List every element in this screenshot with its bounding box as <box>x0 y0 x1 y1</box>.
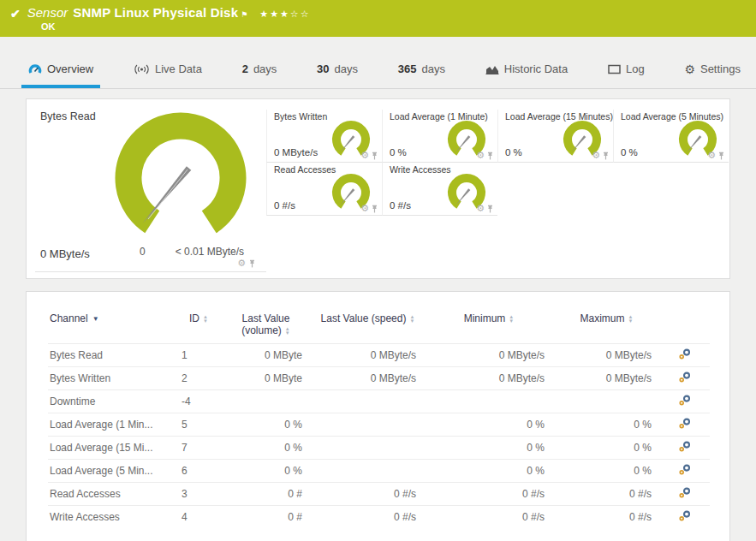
gear-icon[interactable]: ⚙ <box>476 204 485 213</box>
live-data-icon <box>134 64 150 74</box>
channel-settings-gears-icon[interactable] <box>679 418 691 429</box>
gear-icon[interactable]: ⚙ <box>707 151 716 160</box>
flag-icon[interactable]: ⚑ <box>241 10 247 19</box>
gauge-value: 0 % <box>505 147 522 158</box>
pin-icon[interactable] <box>371 152 378 160</box>
channel-id: 2 <box>176 367 221 390</box>
small-gauge-cell[interactable]: Read Accesses 0 #/s ⚙ <box>266 163 382 216</box>
channel-maximum: 0 % <box>553 413 660 437</box>
gauge-title: Bytes Written <box>274 111 327 122</box>
channel-minimum: 0 MByte/s <box>425 367 553 390</box>
channel-minimum <box>425 390 553 413</box>
small-gauge-cell[interactable]: Load Average (1 Minute) 0 % ⚙ <box>382 110 497 163</box>
gauge-value: 0 % <box>390 147 407 158</box>
column-header-last-value-speed[interactable]: Last Value (speed)▲▼ <box>311 309 425 344</box>
channel-row[interactable]: Load Average (5 Min... 6 0 % 0 % 0 % <box>48 460 710 483</box>
channel-row[interactable]: Write Accesses 4 0 # 0 #/s 0 #/s 0 #/s <box>48 506 710 529</box>
channel-last-value-speed: 0 MByte/s <box>311 344 425 367</box>
divider <box>35 271 266 272</box>
channel-minimum: 0 #/s <box>425 506 553 529</box>
tab-365-days[interactable]: 365 days <box>391 53 452 88</box>
tab-number: 30 <box>317 62 329 75</box>
channel-row[interactable]: Bytes Written 2 0 MByte 0 MByte/s 0 MByt… <box>48 367 710 390</box>
pin-icon[interactable] <box>602 152 610 160</box>
channel-row[interactable]: Downtime -4 <box>48 390 710 413</box>
channel-last-value-volume: 0 % <box>221 413 311 437</box>
channel-id: 5 <box>176 413 221 437</box>
tab-2-days[interactable]: 2 days <box>235 53 284 88</box>
channel-minimum: 0 % <box>425 460 553 483</box>
tab-settings[interactable]: ⚙ Settings <box>677 53 747 88</box>
channel-settings-gears-icon[interactable] <box>679 395 691 406</box>
pin-icon[interactable] <box>248 259 256 268</box>
gauge-value: 0 % <box>621 147 638 158</box>
channel-settings-gears-icon[interactable] <box>679 464 691 475</box>
channel-maximum <box>553 390 660 413</box>
column-header-last-value-volume[interactable]: Last Value (volume)▲▼ <box>221 309 311 344</box>
channel-last-value-speed <box>311 437 425 460</box>
pin-icon[interactable] <box>371 205 378 213</box>
channel-maximum: 0 MByte/s <box>553 344 660 367</box>
sort-both-icon: ▲▼ <box>203 315 208 323</box>
small-gauge-cell[interactable]: Write Accesses 0 #/s ⚙ <box>382 163 497 216</box>
tab-overview[interactable]: Overview <box>21 53 100 88</box>
tab-label: Live Data <box>155 62 202 75</box>
channel-settings-gears-icon[interactable] <box>679 348 691 360</box>
channel-id: 1 <box>176 344 221 367</box>
tab-log[interactable]: Log <box>601 53 652 88</box>
channel-name: Load Average (1 Min... <box>48 413 176 437</box>
pin-icon[interactable] <box>486 152 494 160</box>
gauge-title: Bytes Read <box>40 110 96 122</box>
channel-name: Bytes Read <box>48 344 176 367</box>
channel-row[interactable]: Read Accesses 3 0 # 0 #/s 0 #/s 0 #/s <box>48 483 710 506</box>
channel-maximum: 0 #/s <box>553 506 660 529</box>
window-icon <box>608 64 621 74</box>
gauge-dial <box>112 111 249 235</box>
tab-label: days <box>253 62 277 75</box>
sort-desc-icon: ▼ <box>92 315 99 323</box>
channel-row[interactable]: Load Average (15 Mi... 7 0 % 0 % 0 % <box>48 437 710 460</box>
pin-icon[interactable] <box>486 205 494 213</box>
column-header-id[interactable]: ID▲▼ <box>176 309 221 344</box>
small-gauge-cell[interactable]: Load Average (15 Minutes) 0 % ⚙ <box>497 110 613 163</box>
small-gauge-cell[interactable]: Load Average (5 Minutes) 0 % ⚙ <box>613 110 729 163</box>
channel-row[interactable]: Bytes Read 1 0 MByte 0 MByte/s 0 MByte/s… <box>48 344 710 367</box>
small-gauge-cell[interactable]: Bytes Written 0 MByte/s ⚙ <box>266 110 382 163</box>
gear-icon[interactable]: ⚙ <box>360 204 369 213</box>
channel-row[interactable]: Load Average (1 Min... 5 0 % 0 % 0 % <box>48 413 710 437</box>
channel-name: Load Average (15 Mi... <box>48 437 176 460</box>
tab-30-days[interactable]: 30 days <box>310 53 365 88</box>
channel-last-value-volume: 0 # <box>221 483 311 506</box>
pin-icon[interactable] <box>717 152 725 160</box>
gear-icon[interactable]: ⚙ <box>360 151 369 160</box>
gear-icon[interactable]: ⚙ <box>592 151 600 160</box>
channel-settings-gears-icon[interactable] <box>679 487 691 498</box>
column-header-channel[interactable]: Channel▼ <box>48 309 176 344</box>
column-header-minimum[interactable]: Minimum▲▼ <box>425 309 553 344</box>
channel-minimum: 0 % <box>425 437 553 460</box>
channel-last-value-speed: 0 MByte/s <box>311 367 425 390</box>
gauge-value: 0 #/s <box>274 200 295 211</box>
tab-label: Settings <box>700 62 741 75</box>
priority-stars[interactable]: ★★★☆☆ <box>259 9 310 20</box>
tab-historic-data[interactable]: Historic Data <box>479 53 574 88</box>
channel-id: 7 <box>176 437 221 460</box>
tab-label: days <box>335 62 358 75</box>
channel-last-value-volume: 0 % <box>221 437 311 460</box>
tab-live-data[interactable]: Live Data <box>127 53 209 88</box>
column-header-maximum[interactable]: Maximum▲▼ <box>553 309 660 344</box>
channel-maximum: 0 #/s <box>553 483 660 506</box>
channel-settings-gears-icon[interactable] <box>679 441 691 452</box>
object-kind-label: Sensor <box>27 5 68 20</box>
channel-settings-gears-icon[interactable] <box>679 510 691 521</box>
gear-icon[interactable]: ⚙ <box>476 151 485 160</box>
channel-last-value-speed <box>311 390 425 413</box>
channel-last-value-speed <box>311 460 425 483</box>
small-gauges-grid: Bytes Written 0 MByte/s ⚙ Load Average (… <box>266 110 729 216</box>
main-gauge-bytes-read[interactable]: Bytes Read 0 MByte/s 0 < 0.01 MByte/s ⚙ <box>27 99 266 280</box>
gear-icon[interactable]: ⚙ <box>237 259 246 268</box>
channel-id: -4 <box>176 390 221 413</box>
area-chart-icon <box>485 64 499 74</box>
channel-settings-gears-icon[interactable] <box>679 372 691 383</box>
gauge-value: 0 MByte/s <box>40 247 90 260</box>
